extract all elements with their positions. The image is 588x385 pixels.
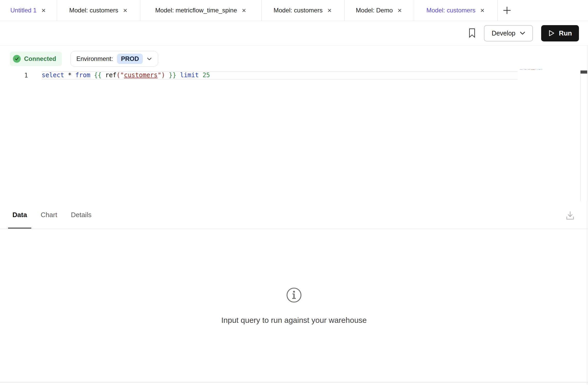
empty-state: Input query to run against your warehous… [0, 229, 588, 325]
editor-status-row: Connected Environment: PROD [0, 46, 588, 67]
tab-model-customers-2[interactable]: Model: customers ✕ [262, 0, 344, 21]
download-icon[interactable] [564, 210, 576, 222]
tab-details[interactable]: Details [67, 201, 96, 229]
environment-label: Environment: [76, 55, 113, 62]
connection-status-badge: Connected [10, 52, 62, 66]
run-button[interactable]: Run [541, 25, 579, 41]
minimap-divider [580, 70, 580, 201]
close-tab-icon[interactable]: ✕ [41, 7, 46, 14]
tab-label: Untitled 1 [10, 7, 36, 14]
close-tab-icon[interactable]: ✕ [241, 7, 247, 14]
tab-chart-label: Chart [41, 211, 57, 219]
run-button-label: Run [559, 29, 572, 37]
plus-icon [503, 6, 511, 15]
check-icon [13, 55, 21, 63]
minimap[interactable]: select * from {{ ref("customers") }} lim… [520, 69, 579, 79]
code-line[interactable]: select * from {{ ref("customers") }} lim… [42, 71, 210, 80]
close-tab-icon[interactable]: ✕ [480, 7, 485, 14]
sql-editor-pane: Connected Environment: PROD 1 select * f… [0, 46, 588, 201]
tab-model-metricflow-time-spine[interactable]: Model: metricflow_time_spine ✕ [141, 0, 262, 21]
tab-untitled-1[interactable]: Untitled 1 ✕ [0, 0, 57, 21]
close-tab-icon[interactable]: ✕ [327, 7, 332, 14]
editor-tab-bar: Untitled 1 ✕ Model: customers ✕ Model: m… [0, 0, 588, 21]
empty-state-message: Input query to run against your warehous… [221, 316, 367, 325]
tab-label: Model: customers [69, 7, 118, 14]
tab-chart[interactable]: Chart [36, 201, 62, 229]
close-tab-icon[interactable]: ✕ [122, 7, 128, 14]
environment-selector[interactable]: Environment: PROD [70, 51, 158, 67]
scrollbar-thumb[interactable] [580, 70, 587, 74]
info-icon [286, 287, 302, 304]
tab-data-label: Data [12, 211, 27, 219]
tab-model-customers-3[interactable]: Model: customers ✕ [414, 0, 498, 21]
bookmark-icon[interactable] [468, 28, 476, 38]
tab-model-demo[interactable]: Model: Demo ✕ [344, 0, 414, 21]
panel-scrollbar-track-edge [587, 201, 587, 385]
results-panel: Data Chart Details Input query to run ag… [0, 201, 588, 385]
develop-button-label: Develop [492, 30, 516, 37]
tab-model-customers-1[interactable]: Model: customers ✕ [57, 0, 141, 21]
tab-label: Model: metricflow_time_spine [155, 7, 237, 14]
tab-data[interactable]: Data [8, 201, 31, 229]
toolbar: Develop Run [0, 21, 588, 46]
editor-scrollbar-track-edge [587, 46, 587, 201]
connection-status-label: Connected [24, 55, 56, 62]
new-tab-button[interactable] [498, 0, 516, 21]
tab-label: Model: customers [274, 7, 322, 14]
tab-label: Model: Demo [356, 7, 393, 14]
minimap-code-line: select * from {{ ref("customers") }} lim… [520, 69, 528, 70]
results-tab-bar: Data Chart Details [0, 201, 588, 229]
close-tab-icon[interactable]: ✕ [397, 7, 403, 14]
line-number: 1 [13, 71, 28, 80]
bottom-divider [0, 382, 588, 383]
tab-label: Model: customers [426, 7, 475, 14]
code-editor[interactable]: 1 select * from {{ ref("customers") }} l… [0, 71, 588, 80]
chevron-down-icon [147, 58, 152, 60]
tab-details-label: Details [71, 211, 91, 219]
chevron-down-icon [520, 32, 525, 35]
develop-button[interactable]: Develop [484, 25, 533, 41]
play-icon [548, 30, 555, 37]
environment-value-pill: PROD [117, 54, 143, 64]
